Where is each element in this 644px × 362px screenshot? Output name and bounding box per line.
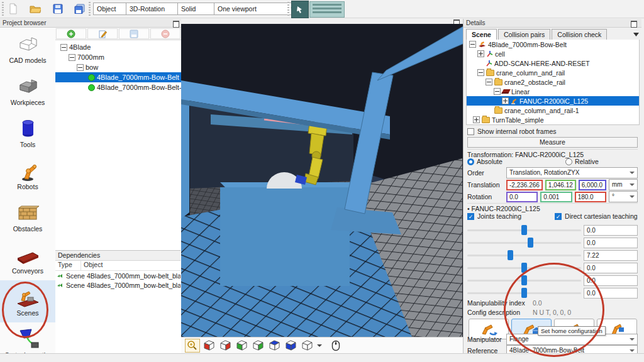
tree-node-scene-belt-v2[interactable]: 4Blade_7000mm-Bow-Belt-V2 bbox=[55, 82, 181, 92]
relative-radio[interactable] bbox=[565, 158, 572, 165]
collapse-icon[interactable] bbox=[486, 79, 492, 85]
scene-node-crane2-obstacle[interactable]: crane2_obstacle_rail bbox=[467, 77, 639, 87]
scene-node-fanuc-robot[interactable]: FANUC-R2000iC_L125 bbox=[467, 96, 639, 106]
view-front-button[interactable] bbox=[201, 339, 216, 353]
viewport-layout-dropdown[interactable]: One viewport bbox=[214, 3, 299, 15]
view-left-button[interactable] bbox=[234, 339, 249, 353]
dependency-row[interactable]: Scene 4Blades_7000mm_bow-belt_blade_part… bbox=[55, 280, 180, 290]
joint-3-value[interactable]: 7.22 bbox=[584, 250, 638, 261]
rotation-z-field[interactable]: 180.0 bbox=[575, 192, 606, 202]
scene-node-add-scan[interactable]: ADD-SCAN-HERE-AND-RESET bbox=[467, 58, 639, 68]
zoom-button[interactable] bbox=[185, 339, 200, 353]
tab-collision-pairs[interactable]: Collision pairs bbox=[498, 29, 550, 40]
translation-y-field[interactable]: 1,046.12 bbox=[545, 180, 576, 190]
scene-node-crane-rail[interactable]: crane_column_and_rail bbox=[467, 68, 639, 77]
pointer-tool-button[interactable] bbox=[291, 1, 309, 18]
collapse-icon[interactable] bbox=[69, 54, 75, 61]
scene-node-turntable[interactable]: TurnTable_simple bbox=[467, 115, 639, 124]
joint-6-slider[interactable] bbox=[467, 292, 581, 294]
joint-5-slider[interactable] bbox=[467, 280, 581, 282]
expand-icon[interactable] bbox=[477, 50, 484, 57]
joint-4-value[interactable]: 0.0 bbox=[584, 263, 638, 273]
sidebar-item-conveyors[interactable]: Conveyors bbox=[0, 238, 55, 280]
scene-node-linear[interactable]: Linear bbox=[467, 87, 639, 96]
rotation-x-field[interactable]: 0.0 bbox=[506, 192, 538, 202]
dependency-row[interactable]: Scene 4Blades_7000mm_bow-belt_blade_part… bbox=[55, 271, 180, 280]
rotation-unit-dropdown[interactable]: ° bbox=[609, 191, 638, 202]
tree-node-bow[interactable]: bow bbox=[55, 62, 181, 72]
tab-scene[interactable]: Scene bbox=[466, 29, 497, 40]
joint-2-slider-handle[interactable] bbox=[528, 238, 533, 248]
manipulability-row: Manipulability index 0.0 bbox=[467, 299, 638, 307]
tree-node-4blade[interactable]: 4Blade bbox=[55, 42, 181, 52]
collapse-icon[interactable] bbox=[60, 44, 67, 51]
absolute-radio[interactable] bbox=[467, 158, 474, 165]
open-file-button[interactable] bbox=[29, 3, 42, 15]
workpieces-icon bbox=[15, 76, 40, 97]
scene-node-cell[interactable]: cell bbox=[467, 49, 639, 58]
frame-axis-icon bbox=[486, 50, 493, 57]
expand-icon[interactable] bbox=[473, 116, 480, 123]
joint-2-value[interactable]: 0.0 bbox=[584, 238, 638, 248]
view-right-button[interactable] bbox=[250, 339, 265, 353]
expand-icon[interactable] bbox=[502, 97, 509, 104]
joint-2-slider[interactable] bbox=[467, 242, 581, 244]
sidebar-item-scenes[interactable]: Scenes bbox=[0, 280, 55, 322]
sidebar-item-cad-models[interactable]: CAD models bbox=[0, 28, 55, 70]
view-back-button[interactable] bbox=[218, 339, 233, 353]
translation-z-field[interactable]: 6,000.0 bbox=[579, 180, 606, 190]
sidebar-item-obstacles[interactable]: Obstacles bbox=[0, 196, 55, 238]
save-scene-button[interactable] bbox=[119, 28, 149, 39]
scene-node-root[interactable]: 4Blade_7000mm-Bow-Belt bbox=[467, 40, 639, 49]
cartesian-teaching-checkbox[interactable] bbox=[555, 213, 562, 220]
joint-3-slider-handle[interactable] bbox=[508, 250, 513, 260]
collapse-icon[interactable] bbox=[477, 69, 484, 76]
tab-collision-check[interactable]: Collision check bbox=[552, 29, 607, 40]
joint-1-value[interactable]: 0.0 bbox=[584, 225, 638, 236]
details-panel: Details Scene Collision pairs Collision … bbox=[463, 19, 641, 353]
mouse-mode-button[interactable] bbox=[328, 339, 343, 353]
joint-6-value[interactable]: 0.0 bbox=[584, 288, 638, 299]
show-frames-checkbox[interactable] bbox=[467, 128, 474, 135]
joints-teaching-checkbox[interactable] bbox=[467, 213, 474, 220]
add-scene-button[interactable] bbox=[56, 28, 86, 39]
collapse-icon[interactable] bbox=[494, 88, 501, 95]
joint-6-slider-handle[interactable] bbox=[521, 288, 527, 298]
collapse-icon[interactable] bbox=[469, 41, 476, 48]
edit-scene-button[interactable] bbox=[87, 28, 118, 39]
joint-1-slider-handle[interactable] bbox=[521, 225, 527, 235]
viewport-preview-button[interactable] bbox=[309, 1, 345, 18]
blue-box bbox=[220, 187, 350, 286]
sidebar-item-workpieces[interactable]: Workpieces bbox=[0, 70, 55, 112]
maximize-panel-icon[interactable] bbox=[173, 21, 179, 28]
collapse-icon[interactable] bbox=[77, 64, 84, 71]
save-button[interactable] bbox=[52, 3, 64, 15]
tree-node-scene-belt[interactable]: 4Blade_7000mm-Bow-Belt bbox=[55, 72, 181, 82]
view-options-dropdown[interactable] bbox=[316, 339, 323, 353]
3d-viewport-canvas[interactable] bbox=[181, 24, 463, 337]
pin-icon[interactable] bbox=[633, 31, 639, 37]
save-all-button[interactable] bbox=[74, 3, 86, 15]
remove-scene-button[interactable] bbox=[150, 28, 180, 39]
order-dropdown[interactable]: Translation, RotationZYX bbox=[506, 167, 638, 178]
translation-x-field[interactable]: -2,236.266 bbox=[506, 180, 543, 190]
tree-node-7000mm[interactable]: 7000mm bbox=[55, 52, 181, 62]
rotation-y-field[interactable]: 0.001 bbox=[540, 192, 572, 202]
joint-5-value[interactable]: 0.0 bbox=[584, 275, 638, 286]
sidebar-item-robots[interactable]: Robots bbox=[0, 154, 55, 196]
joint-4-slider-handle[interactable] bbox=[521, 263, 527, 273]
measure-button[interactable]: Measure bbox=[467, 137, 638, 148]
view-top-button[interactable] bbox=[267, 339, 282, 353]
view-bottom-button[interactable] bbox=[283, 339, 298, 353]
joint-3-slider[interactable] bbox=[467, 255, 581, 256]
joint-5-slider-handle[interactable] bbox=[521, 275, 527, 285]
view-iso-button[interactable] bbox=[299, 339, 314, 353]
joint-4-slider[interactable] bbox=[467, 267, 581, 269]
scene-node-crane-rail-1[interactable]: crane_column_and_rail-1 bbox=[467, 106, 639, 115]
sidebar-item-tools[interactable]: Tools bbox=[0, 112, 55, 154]
new-file-button[interactable] bbox=[7, 3, 19, 15]
maximize-panel-icon[interactable] bbox=[631, 21, 637, 28]
folder-icon bbox=[482, 117, 490, 123]
joint-1-slider[interactable] bbox=[467, 229, 581, 231]
translation-unit-dropdown[interactable]: mm bbox=[609, 179, 638, 190]
